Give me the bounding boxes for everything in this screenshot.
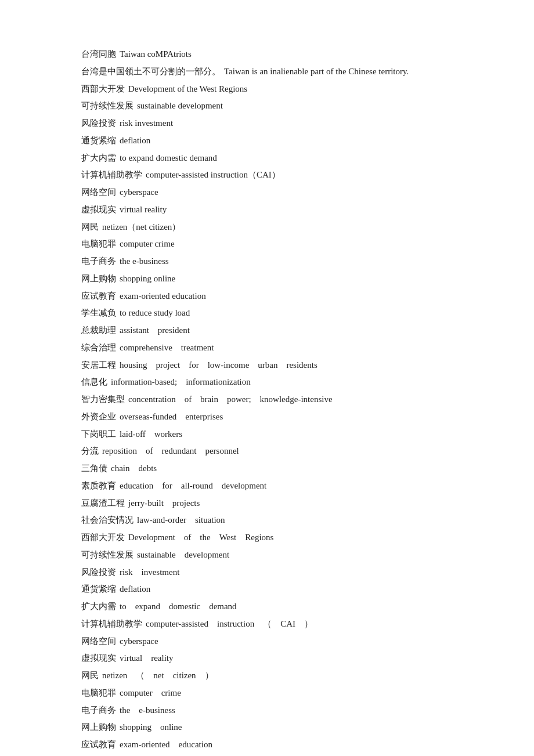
english-term: Taiwan coMPAtriots (120, 49, 192, 59)
list-item: 扩大内需to expand domestic demand (81, 599, 453, 615)
english-term: law-and-order situation (137, 515, 225, 525)
english-term: to reduce study load (120, 308, 190, 317)
list-item: 外资企业overseas-funded enterprises (81, 409, 453, 425)
chinese-term: 网民 (81, 671, 99, 680)
list-item: 网络空间cyberspace (81, 185, 453, 201)
chinese-term: 三角债 (81, 464, 107, 473)
list-item: 安居工程housing project for low-income urban… (81, 357, 453, 374)
english-term: virtual reality (120, 205, 167, 214)
english-term: computer-assisted instruction （ CAI ） (146, 619, 313, 628)
english-term: netizen （ net citizen ） (102, 671, 214, 680)
english-term: sustainable development (137, 550, 229, 559)
list-item: 西部大开发Development of the West Regions (81, 81, 453, 97)
english-term: exam-oriented education (120, 291, 206, 301)
chinese-term: 信息化 (81, 377, 107, 386)
list-item: 社会治安情况law-and-order situation (81, 512, 453, 529)
list-item: 豆腐渣工程jerry-built projects (81, 495, 453, 512)
english-term: education for all-round development (120, 481, 266, 490)
english-term: the e-business (120, 256, 169, 266)
english-term: to expand domestic demand (120, 602, 237, 611)
chinese-term: 素质教育 (81, 481, 116, 490)
chinese-term: 网络空间 (81, 187, 116, 197)
chinese-term: 计算机辅助教学 (81, 170, 142, 179)
list-item: 综合治理comprehensive treatment (81, 340, 453, 356)
list-item: 电脑犯罪computer crime (81, 685, 453, 701)
chinese-term: 可持续性发展 (81, 101, 134, 110)
chinese-term: 扩大内需 (81, 153, 116, 162)
list-item: 网络空间cyberspace (81, 634, 453, 650)
english-term: deflation (120, 584, 150, 594)
chinese-term: 总裁助理 (81, 325, 116, 335)
english-term: shopping online (120, 274, 175, 283)
chinese-term: 应试教育 (81, 291, 116, 301)
chinese-term: 应试教育 (81, 740, 116, 749)
list-item: 电子商务the e-business (81, 254, 453, 270)
english-term: virtual reality (120, 653, 173, 663)
chinese-term: 综合治理 (81, 343, 116, 352)
english-term: computer crime (120, 239, 175, 248)
english-term: cyberspace (120, 187, 158, 197)
list-item: 计算机辅助教学computer-assisted instruction（CAI… (81, 167, 453, 183)
list-item: 台湾是中国领土不可分割的一部分。Taiwan is an inalienable… (81, 64, 453, 80)
list-item: 应试教育exam-oriented education (81, 288, 453, 305)
chinese-term: 可持续性发展 (81, 550, 134, 559)
list-item: 通货紧缩deflation (81, 133, 453, 149)
list-item: 通货紧缩deflation (81, 581, 453, 598)
english-term: computer-assisted instruction（CAI） (146, 170, 280, 179)
list-item: 台湾同胞Taiwan coMPAtriots (81, 46, 453, 63)
english-term: laid-off workers (120, 429, 182, 439)
list-item: 虚拟现实virtual reality (81, 202, 453, 218)
english-term: assistant president (120, 325, 190, 335)
list-item: 网上购物shopping online (81, 271, 453, 287)
english-term: Development of the West Regions (128, 84, 247, 93)
english-term: concentration of brain power; knowledge-… (128, 395, 333, 404)
list-item: 学生减负to reduce study load (81, 305, 453, 321)
chinese-term: 安居工程 (81, 360, 116, 370)
chinese-term: 虚拟现实 (81, 653, 116, 663)
list-item: 素质教育education for all-round development (81, 478, 453, 494)
chinese-term: 网民 (81, 222, 99, 231)
english-term: jerry-built projects (128, 498, 200, 508)
chinese-term: 网上购物 (81, 274, 116, 283)
english-term: Development of the West Regions (128, 533, 273, 542)
english-term: Taiwan is an inalienable part of the Chi… (224, 67, 409, 76)
chinese-term: 西部大开发 (81, 533, 125, 542)
chinese-term: 西部大开发 (81, 84, 125, 93)
english-term: the e-business (120, 706, 175, 715)
chinese-term: 学生减负 (81, 308, 116, 317)
chinese-term: 外资企业 (81, 412, 116, 421)
chinese-term: 电子商务 (81, 256, 116, 266)
list-item: 风险投资risk investment (81, 115, 453, 132)
list-item: 分流reposition of redundant personnel (81, 443, 453, 460)
chinese-term: 通货紧缩 (81, 584, 116, 594)
english-term: deflation (120, 136, 150, 145)
chinese-term: 电子商务 (81, 706, 116, 715)
chinese-term: 网络空间 (81, 636, 116, 646)
english-term: housing project for low-income urban res… (120, 360, 317, 370)
english-term: overseas-funded enterprises (120, 412, 223, 421)
list-item: 电脑犯罪computer crime (81, 236, 453, 252)
english-term: netizen（net citizen） (102, 222, 181, 231)
english-term: cyberspace (120, 636, 158, 646)
list-item: 网民netizen （ net citizen ） (81, 668, 453, 684)
list-item: 智力密集型concentration of brain power; knowl… (81, 392, 453, 408)
english-term: risk investment (120, 118, 173, 128)
chinese-term: 智力密集型 (81, 395, 125, 404)
list-item: 三角债chain debts (81, 461, 453, 477)
list-item: 可持续性发展sustainable development (81, 98, 453, 114)
english-term: reposition of redundant personnel (102, 446, 239, 455)
chinese-term: 台湾是中国领土不可分割的一部分。 (81, 67, 221, 76)
list-item: 总裁助理assistant president (81, 323, 453, 339)
chinese-term: 风险投资 (81, 118, 116, 128)
chinese-term: 扩大内需 (81, 602, 116, 611)
list-item: 可持续性发展sustainable development (81, 547, 453, 563)
content-area: 台湾同胞Taiwan coMPAtriots台湾是中国领土不可分割的一部分。Ta… (81, 46, 453, 756)
list-item: 网上购物shopping online (81, 719, 453, 736)
english-term: chain debts (111, 464, 157, 473)
english-term: information-based; informationization (111, 377, 251, 386)
list-item: 网民netizen（net citizen） (81, 219, 453, 236)
list-item: 计算机辅助教学computer-assisted instruction （ C… (81, 616, 453, 632)
english-term: comprehensive treatment (120, 343, 214, 352)
english-term: to expand domestic demand (120, 153, 217, 162)
chinese-term: 风险投资 (81, 567, 116, 577)
